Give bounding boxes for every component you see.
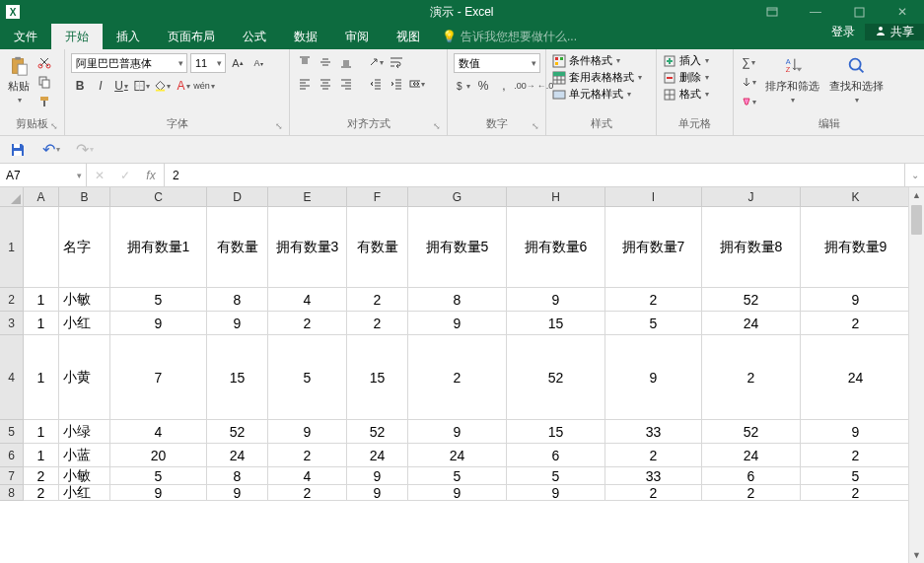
paste-button[interactable]: 粘贴 ▾ bbox=[6, 53, 32, 106]
cell[interactable]: 8 bbox=[207, 467, 268, 485]
row-header[interactable]: 8 bbox=[0, 485, 24, 501]
percent-button[interactable]: % bbox=[474, 77, 492, 95]
cell[interactable]: 24 bbox=[207, 444, 268, 467]
copy-button[interactable] bbox=[36, 73, 53, 91]
row-header[interactable]: 2 bbox=[0, 288, 24, 312]
font-color-button[interactable]: A▾ bbox=[175, 77, 192, 95]
tab-layout[interactable]: 页面布局 bbox=[154, 24, 229, 49]
row-header[interactable]: 1 bbox=[0, 207, 24, 288]
tab-view[interactable]: 视图 bbox=[383, 24, 434, 49]
cell[interactable]: 9 bbox=[801, 420, 911, 444]
column-header[interactable]: G bbox=[408, 187, 507, 207]
row-header[interactable]: 3 bbox=[0, 312, 24, 335]
align-middle-button[interactable] bbox=[317, 53, 334, 71]
cell[interactable]: 5 bbox=[605, 312, 702, 335]
cell[interactable]: 8 bbox=[207, 288, 268, 312]
cell[interactable]: 52 bbox=[702, 288, 801, 312]
cell[interactable]: 9 bbox=[268, 420, 347, 444]
cell[interactable]: 15 bbox=[507, 312, 605, 335]
scroll-up-button[interactable]: ▲ bbox=[909, 187, 924, 203]
italic-button[interactable]: I bbox=[92, 77, 109, 95]
cell[interactable]: 9 bbox=[507, 485, 605, 501]
cell[interactable]: 24 bbox=[801, 335, 911, 420]
cell[interactable]: 1 bbox=[24, 288, 59, 312]
maximize-button[interactable] bbox=[837, 0, 881, 24]
cell[interactable]: 2 bbox=[347, 312, 408, 335]
cell[interactable]: 5 bbox=[268, 335, 347, 420]
cell[interactable]: 52 bbox=[347, 420, 408, 444]
cut-button[interactable] bbox=[36, 53, 53, 71]
cell[interactable]: 6 bbox=[507, 444, 605, 467]
select-all-corner[interactable] bbox=[0, 187, 24, 207]
border-button[interactable]: ▾ bbox=[133, 77, 151, 95]
cell[interactable]: 9 bbox=[207, 312, 268, 335]
cell[interactable]: 有数量 bbox=[207, 207, 268, 288]
column-header[interactable]: E bbox=[268, 187, 347, 207]
cell[interactable]: 8 bbox=[408, 288, 507, 312]
decrease-font-button[interactable]: A▾ bbox=[249, 54, 267, 72]
column-header[interactable]: I bbox=[605, 187, 702, 207]
tab-file[interactable]: 文件 bbox=[0, 24, 51, 49]
cell[interactable]: 拥有数量1 bbox=[110, 207, 207, 288]
dialog-launcher-icon[interactable]: ⤡ bbox=[532, 121, 539, 131]
conditional-format-button[interactable]: 条件格式▾ bbox=[552, 53, 620, 68]
cell[interactable]: 9 bbox=[408, 485, 507, 501]
cell[interactable]: 小红 bbox=[59, 485, 110, 501]
increase-decimal-button[interactable]: .00→ bbox=[516, 77, 533, 95]
cell[interactable]: 9 bbox=[110, 312, 207, 335]
cell[interactable]: 1 bbox=[24, 312, 59, 335]
cell[interactable]: 15 bbox=[507, 420, 605, 444]
cell[interactable]: 52 bbox=[702, 420, 801, 444]
cell[interactable]: 2 bbox=[268, 485, 347, 501]
cell[interactable]: 9 bbox=[605, 335, 702, 420]
cell[interactable]: 小红 bbox=[59, 312, 110, 335]
cell[interactable]: 2 bbox=[702, 335, 801, 420]
cell[interactable]: 拥有数量7 bbox=[605, 207, 702, 288]
cell[interactable]: 4 bbox=[268, 288, 347, 312]
cell[interactable]: 33 bbox=[605, 420, 702, 444]
find-select-button[interactable]: 查找和选择▾ bbox=[827, 53, 886, 106]
dialog-launcher-icon[interactable]: ⤡ bbox=[433, 121, 441, 131]
cell[interactable]: 2 bbox=[24, 485, 59, 501]
fill-color-button[interactable]: ▾ bbox=[154, 77, 172, 95]
cell[interactable]: 拥有数量5 bbox=[408, 207, 507, 288]
cell-style-button[interactable]: 单元格样式▾ bbox=[552, 87, 631, 102]
column-header[interactable]: H bbox=[507, 187, 605, 207]
spreadsheet-grid[interactable]: ABCDEFGHIJK1名字拥有数量1有数量拥有数量3有数量拥有数量5拥有数量6… bbox=[0, 187, 924, 563]
cell[interactable]: 2 bbox=[268, 312, 347, 335]
cell[interactable]: 拥有数量9 bbox=[801, 207, 911, 288]
cell[interactable]: 5 bbox=[408, 467, 507, 485]
cell[interactable]: 小蓝 bbox=[59, 444, 110, 467]
cell[interactable]: 5 bbox=[110, 467, 207, 485]
cell[interactable]: 15 bbox=[207, 335, 268, 420]
name-box[interactable]: A7 bbox=[0, 164, 87, 186]
cell[interactable]: 小敏 bbox=[59, 288, 110, 312]
decrease-indent-button[interactable] bbox=[367, 75, 385, 93]
bold-button[interactable]: B bbox=[71, 77, 89, 95]
share-button[interactable]: 共享 bbox=[865, 24, 924, 40]
cell[interactable]: 1 bbox=[24, 335, 59, 420]
cell[interactable]: 52 bbox=[507, 335, 605, 420]
cell[interactable]: 2 bbox=[347, 288, 408, 312]
cell[interactable]: 2 bbox=[702, 485, 801, 501]
cell[interactable]: 15 bbox=[347, 335, 408, 420]
cell[interactable] bbox=[24, 207, 59, 288]
minimize-button[interactable]: — bbox=[794, 0, 837, 24]
cell[interactable]: 9 bbox=[408, 420, 507, 444]
cell[interactable]: 小敏 bbox=[59, 467, 110, 485]
tab-data[interactable]: 数据 bbox=[280, 24, 331, 49]
tab-insert[interactable]: 插入 bbox=[103, 24, 154, 49]
vertical-scrollbar[interactable]: ▲ ▼ bbox=[908, 187, 924, 563]
cell[interactable]: 2 bbox=[24, 467, 59, 485]
clear-button[interactable]: ▾ bbox=[740, 93, 757, 110]
format-cells-button[interactable]: 格式▾ bbox=[663, 87, 709, 102]
cell[interactable]: 1 bbox=[24, 420, 59, 444]
cell[interactable]: 20 bbox=[110, 444, 207, 467]
column-header[interactable]: A bbox=[24, 187, 59, 207]
cell[interactable]: 2 bbox=[605, 288, 702, 312]
cell[interactable]: 有数量 bbox=[347, 207, 408, 288]
align-center-button[interactable] bbox=[317, 75, 334, 93]
dialog-launcher-icon[interactable]: ⤡ bbox=[50, 121, 58, 131]
cell[interactable]: 24 bbox=[702, 312, 801, 335]
cell[interactable]: 小黄 bbox=[59, 335, 110, 420]
